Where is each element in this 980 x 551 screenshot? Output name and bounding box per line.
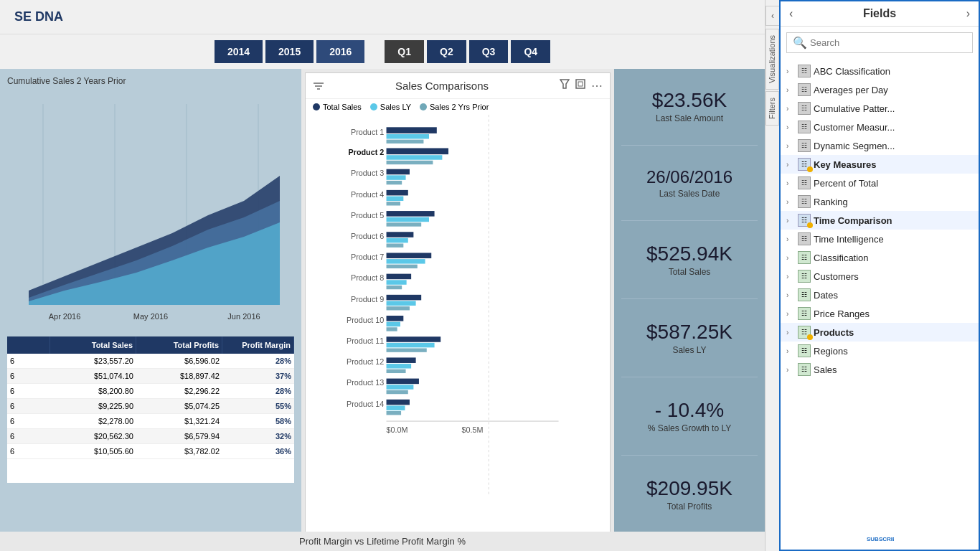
expand-arrow: › — [786, 105, 795, 113]
svg-rect-44 — [387, 253, 432, 258]
field-label: Products — [814, 327, 854, 338]
expand-arrow: › — [786, 273, 795, 281]
cell-total-profits: $1,321.24 — [136, 414, 222, 428]
field-item-products[interactable]: › ☷ Products — [781, 323, 979, 342]
table-scroll[interactable]: 6 $23,557.20 $6,596.02 28% 6 $51,074.10 … — [7, 354, 294, 483]
field-item-time-intelligence[interactable]: › ☷ Time Intelligence — [781, 230, 979, 248]
card-header: Sales Comparisons ⋯ — [306, 73, 610, 99]
total-profits-label: Total Profits — [621, 501, 758, 512]
field-item-classification[interactable]: › ☷ Classification — [781, 248, 979, 267]
field-label: Ranking — [814, 197, 848, 207]
legend-item-total-sales: Total Sales — [313, 103, 362, 111]
last-sales-date-label: Last Sales Date — [621, 189, 758, 199]
table-icon: ☷ — [798, 83, 811, 96]
field-item-averages[interactable]: › ☷ Averages per Day — [781, 80, 979, 99]
svg-text:SUBSCRIBE: SUBSCRIBE — [867, 536, 894, 542]
field-item-cumulative[interactable]: › ☷ Cumulative Patter... — [781, 99, 979, 118]
table-icon: ☷ — [798, 102, 811, 115]
sales-growth-block: - 10.4% % Sales Growth to LY — [621, 399, 758, 433]
quarter-q3-button[interactable]: Q3 — [469, 40, 509, 63]
svg-text:Product 7: Product 7 — [351, 253, 384, 261]
data-table: Total Sales Total Profits Profit Margin … — [7, 336, 294, 483]
svg-rect-37 — [387, 217, 429, 222]
field-item-abc-classification[interactable]: › ☷ ABC Classification — [781, 62, 979, 80]
card-action-icons[interactable]: ⋯ — [560, 79, 603, 93]
field-item-key-measures[interactable]: › ☷ Key Measures — [781, 155, 979, 174]
svg-text:Product 13: Product 13 — [347, 378, 384, 387]
field-item-sales[interactable]: › ☷ Sales — [781, 360, 979, 379]
cell-id: 6 — [7, 444, 50, 458]
svg-rect-21 — [387, 134, 429, 138]
field-item-regions[interactable]: › ☷ Regions — [781, 342, 979, 360]
svg-rect-30 — [387, 181, 402, 184]
filter-icon — [313, 80, 324, 92]
panel-collapse-button[interactable]: ‹ — [765, 6, 780, 26]
bar-chart-svg: Product 1 Product 2 Product 3 Produ — [306, 115, 610, 518]
cumulative-chart: Apr 2016 May 2016 Jun 2016 — [7, 90, 294, 334]
svg-rect-48 — [387, 274, 412, 280]
table-row: 6 $23,557.20 $6,596.02 28% — [7, 354, 294, 369]
svg-text:Product 8: Product 8 — [351, 273, 384, 282]
svg-rect-46 — [387, 265, 418, 268]
cell-id: 6 — [7, 399, 50, 413]
col-header-total-profits: Total Profits — [136, 336, 222, 354]
subscribe-logo: SUBSCRIBE — [865, 531, 894, 545]
svg-rect-29 — [387, 175, 406, 179]
more-options-icon[interactable]: ⋯ — [591, 79, 603, 93]
field-item-customer-measures[interactable]: › ☷ Customer Measur... — [781, 118, 979, 136]
field-item-price-ranges[interactable]: › ☷ Price Ranges — [781, 304, 979, 323]
grid-icon: ☷ — [798, 251, 811, 264]
field-item-percent-of-total[interactable]: › ☷ Percent of Total — [781, 174, 979, 192]
svg-text:Product 10: Product 10 — [347, 316, 384, 324]
quarter-q4-button[interactable]: Q4 — [511, 40, 550, 63]
field-item-dates[interactable]: › ☷ Dates — [781, 286, 979, 304]
svg-rect-32 — [387, 190, 408, 196]
field-item-ranking[interactable]: › ☷ Ranking — [781, 192, 979, 211]
table-icon: ☷ — [798, 232, 811, 245]
expand-arrow: › — [786, 67, 795, 75]
sales-comparison-title: Sales Comparisons — [395, 80, 489, 92]
legend-dot-sales-prior — [420, 103, 427, 110]
panel-header: ‹ Fields › — [781, 1, 979, 27]
expand-arrow: › — [786, 217, 795, 225]
field-item-customers[interactable]: › ☷ Customers — [781, 267, 979, 286]
cell-total-sales: $51,074.10 — [50, 369, 136, 383]
field-item-time-comparison[interactable]: › ☷ Time Comparison — [781, 211, 979, 230]
svg-rect-62 — [387, 348, 427, 352]
search-box[interactable]: 🔍 — [786, 32, 973, 53]
table-row: 6 $8,200.80 $2,296.22 28% — [7, 384, 294, 399]
quarter-q2-button[interactable]: Q2 — [427, 40, 466, 63]
cell-profit-margin: 37% — [222, 369, 294, 383]
fields-panel: ‹ Fields › 🔍 › ☷ ABC Classification › ☷ … — [779, 0, 980, 551]
year-2015-button[interactable]: 2015 — [265, 40, 314, 63]
svg-rect-72 — [387, 400, 410, 405]
table-row: 6 $20,562.30 $6,579.94 32% — [7, 429, 294, 444]
svg-rect-41 — [387, 238, 408, 242]
cell-total-sales: $23,557.20 — [50, 354, 136, 368]
year-2016-button[interactable]: 2016 — [316, 40, 364, 63]
expand-icon[interactable] — [575, 79, 585, 89]
filter-funnel-icon[interactable] — [560, 79, 570, 89]
filters-tab[interactable]: Filters — [765, 91, 779, 126]
nav-forward-button[interactable]: › — [966, 7, 970, 20]
svg-rect-20 — [387, 127, 437, 133]
col-header-total-sales: Total Sales — [50, 336, 136, 354]
svg-rect-38 — [387, 222, 422, 226]
cell-id: 6 — [7, 354, 50, 368]
cell-profit-margin: 36% — [222, 444, 294, 458]
total-profits-value: $209.95K — [621, 477, 758, 500]
field-item-dynamic-segment[interactable]: › ☷ Dynamic Segmen... — [781, 136, 979, 155]
field-label: Time Comparison — [814, 215, 892, 226]
expand-arrow: › — [786, 254, 795, 262]
svg-rect-69 — [387, 385, 414, 389]
table-row: 6 $2,278.00 $1,321.24 58% — [7, 414, 294, 429]
brand-logo: SE DNA — [7, 6, 70, 28]
table-icon: ☷ — [798, 121, 811, 133]
search-input[interactable] — [810, 37, 966, 48]
table-row: 6 $51,074.10 $18,897.42 37% — [7, 369, 294, 384]
quarter-q1-button[interactable]: Q1 — [385, 40, 424, 63]
svg-text:Product 12: Product 12 — [347, 357, 384, 366]
year-2014-button[interactable]: 2014 — [215, 40, 263, 63]
visualizations-tab[interactable]: Visualizations — [765, 29, 779, 90]
legend-dot-sales-ly — [370, 103, 377, 110]
